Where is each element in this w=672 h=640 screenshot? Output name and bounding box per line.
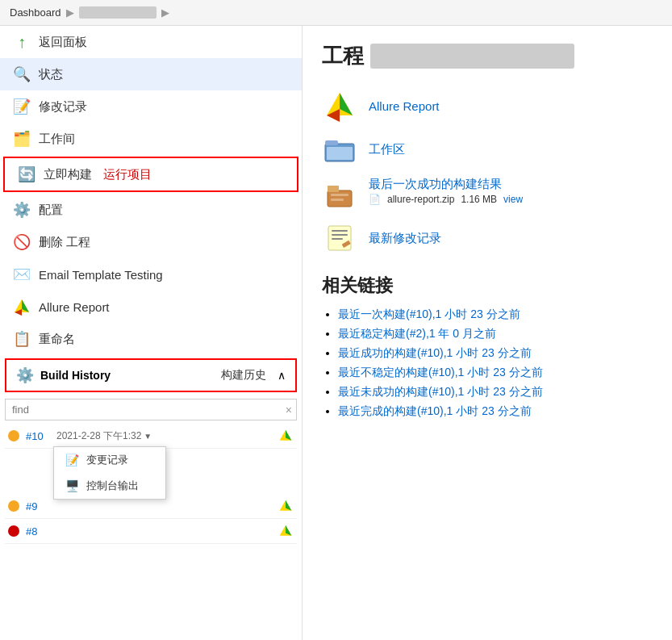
sidebar-item-delete[interactable]: 🚫 删除 工程 bbox=[0, 226, 302, 258]
right-links: Allure Report 工作区 bbox=[322, 90, 653, 254]
sidebar-item-status-label: 状态 bbox=[39, 67, 63, 82]
related-link-item-2: 最近成功的构建(#10),1 小时 23 分之前 bbox=[338, 346, 653, 361]
right-link-workspace-label: 工作区 bbox=[369, 142, 405, 157]
svg-rect-17 bbox=[331, 194, 349, 196]
project-title-prefix: 工程 bbox=[322, 42, 364, 70]
build-num-8[interactable]: #8 bbox=[26, 525, 50, 538]
delete-icon: 🚫 bbox=[13, 233, 31, 251]
build-history-chevron: ∧ bbox=[278, 369, 286, 382]
sidebar-item-workspace-label: 工作间 bbox=[39, 132, 75, 147]
popup-console-icon: 🖥️ bbox=[64, 479, 80, 492]
build-search-container: × bbox=[5, 399, 297, 420]
popup-console[interactable]: 🖥️ 控制台输出 bbox=[54, 473, 165, 499]
related-link-0[interactable]: 最近一次构建(#10),1 小时 23 分之前 bbox=[338, 307, 520, 320]
right-panel: 工程 ████████████b Allure Report bbox=[303, 26, 672, 640]
last-build-label: 最后一次成功的构建结果 bbox=[369, 177, 523, 192]
build-status-8 bbox=[8, 525, 19, 537]
related-link-4[interactable]: 最近未成功的构建(#10),1 小时 23 分之前 bbox=[338, 385, 543, 398]
popup-console-label: 控制台输出 bbox=[86, 479, 139, 493]
svg-rect-14 bbox=[327, 147, 353, 160]
build-allure-icon-10[interactable] bbox=[278, 428, 294, 444]
file-name: allure-report.zip bbox=[387, 194, 454, 205]
related-link-item-3: 最近不稳定的构建(#10),1 小时 23 分之前 bbox=[338, 366, 653, 380]
right-link-allure-label: Allure Report bbox=[369, 99, 440, 113]
svg-rect-18 bbox=[331, 199, 344, 201]
file-icon: 📄 bbox=[369, 194, 381, 205]
build-history-title: Build History bbox=[40, 369, 111, 382]
svg-rect-16 bbox=[328, 186, 339, 192]
sidebar-item-allure-label: Allure Report bbox=[39, 300, 110, 314]
email-icon: ✉️ bbox=[13, 266, 31, 283]
related-link-item-5: 最近完成的构建(#10),1 小时 23 分之前 bbox=[338, 404, 653, 419]
related-link-item-4: 最近未成功的构建(#10),1 小时 23 分之前 bbox=[338, 385, 653, 399]
breadcrumb: Dashboard ▶ ████████eb ▶ bbox=[0, 0, 672, 26]
build-search-input[interactable] bbox=[5, 399, 297, 420]
sidebar-item-rename-label: 重命名 bbox=[39, 332, 75, 347]
sidebar-item-workspace[interactable]: 🗂️ 工作间 bbox=[0, 123, 302, 155]
breadcrumb-sep1: ▶ bbox=[66, 6, 74, 19]
sidebar-item-build-now-label: 立即构建 bbox=[44, 167, 92, 182]
view-link[interactable]: view bbox=[503, 194, 523, 205]
build-date-10[interactable]: 2021-2-28 下午1:32 bbox=[56, 429, 271, 443]
status-icon: 🔍 bbox=[13, 65, 31, 83]
build-history-header[interactable]: ⚙️ Build History 构建历史 ∧ bbox=[5, 358, 297, 392]
configure-icon: ⚙️ bbox=[13, 201, 31, 219]
sidebar: ↑ 返回面板 🔍 状态 📝 修改记录 🗂️ 工作间 🔄 立即构建 运行项目 ⚙️… bbox=[0, 26, 303, 640]
build-item-10: #10 2021-2-28 下午1:32 📝 变更记录 🖥️ bbox=[5, 424, 297, 449]
project-title: 工程 ████████████b bbox=[322, 42, 653, 70]
right-link-last-build[interactable]: 最后一次成功的构建结果 📄 allure-report.zip 1.16 MB … bbox=[322, 177, 653, 211]
allure-report-icon bbox=[322, 90, 357, 122]
build-history-icon: ⚙️ bbox=[16, 366, 34, 384]
svg-rect-22 bbox=[332, 238, 343, 240]
build-allure-icon-8[interactable] bbox=[278, 523, 294, 539]
sidebar-item-delete-label: 删除 工程 bbox=[39, 235, 90, 250]
build-status-9 bbox=[8, 500, 19, 512]
related-links-list: 最近一次构建(#10),1 小时 23 分之前 最近稳定构建(#2),1 年 0… bbox=[322, 307, 653, 419]
popup-changes[interactable]: 📝 变更记录 bbox=[54, 447, 165, 473]
file-size: 1.16 MB bbox=[461, 194, 497, 205]
right-link-latest-changes[interactable]: 最新修改记录 bbox=[322, 222, 653, 254]
related-link-5[interactable]: 最近完成的构建(#10),1 小时 23 分之前 bbox=[338, 404, 532, 417]
sidebar-item-allure[interactable]: Allure Report bbox=[0, 291, 302, 323]
build-history-title-cn: 构建历史 bbox=[221, 368, 266, 383]
build-list: #10 2021-2-28 下午1:32 📝 变更记录 🖥️ bbox=[0, 424, 302, 544]
sidebar-item-configure[interactable]: ⚙️ 配置 bbox=[0, 194, 302, 226]
sidebar-item-changes[interactable]: 📝 修改记录 bbox=[0, 90, 302, 123]
related-links-section: 相关链接 最近一次构建(#10),1 小时 23 分之前 最近稳定构建(#2),… bbox=[322, 274, 653, 419]
sidebar-item-back-label: 返回面板 bbox=[39, 35, 87, 50]
project-title-blurred: ████████████b bbox=[370, 44, 574, 69]
sidebar-item-back[interactable]: ↑ 返回面板 bbox=[0, 26, 302, 58]
sidebar-item-status[interactable]: 🔍 状态 bbox=[0, 58, 302, 90]
last-build-sub: 📄 allure-report.zip 1.16 MB view bbox=[369, 194, 523, 205]
related-link-item-1: 最近稳定构建(#2),1 年 0 月之前 bbox=[338, 327, 653, 341]
build-num-10[interactable]: #10 bbox=[26, 430, 50, 442]
sidebar-item-changes-label: 修改记录 bbox=[39, 99, 87, 115]
related-link-1[interactable]: 最近稳定构建(#2),1 年 0 月之前 bbox=[338, 327, 496, 340]
build-allure-icon-9[interactable] bbox=[278, 498, 294, 514]
right-link-allure[interactable]: Allure Report bbox=[322, 90, 653, 122]
related-link-3[interactable]: 最近不稳定的构建(#10),1 小时 23 分之前 bbox=[338, 366, 543, 379]
breadcrumb-sep2: ▶ bbox=[161, 6, 169, 19]
svg-rect-20 bbox=[332, 230, 348, 232]
back-icon: ↑ bbox=[13, 33, 31, 51]
last-build-content: 最后一次成功的构建结果 📄 allure-report.zip 1.16 MB … bbox=[369, 177, 523, 205]
run-project-label: 运行项目 bbox=[103, 167, 152, 182]
related-link-2[interactable]: 最近成功的构建(#10),1 小时 23 分之前 bbox=[338, 346, 532, 359]
build-status-10 bbox=[8, 430, 19, 441]
allure-sidebar-icon bbox=[13, 298, 31, 316]
breadcrumb-project[interactable]: ████████eb bbox=[79, 6, 157, 19]
build-now-icon: 🔄 bbox=[18, 165, 35, 183]
workspace-right-icon bbox=[322, 133, 357, 165]
related-section-title: 相关链接 bbox=[322, 274, 653, 298]
sidebar-item-email-label: Email Template Testing bbox=[39, 268, 163, 282]
breadcrumb-dashboard[interactable]: Dashboard bbox=[10, 6, 61, 19]
last-build-icon bbox=[322, 178, 357, 211]
right-link-workspace[interactable]: 工作区 bbox=[322, 133, 653, 165]
main-container: ↑ 返回面板 🔍 状态 📝 修改记录 🗂️ 工作间 🔄 立即构建 运行项目 ⚙️… bbox=[0, 26, 672, 640]
sidebar-item-rename[interactable]: 📋 重命名 bbox=[0, 323, 302, 355]
build-num-9[interactable]: #9 bbox=[26, 500, 50, 512]
sidebar-item-email-template[interactable]: ✉️ Email Template Testing bbox=[0, 258, 302, 291]
latest-changes-label: 最新修改记录 bbox=[369, 231, 441, 246]
build-search-clear[interactable]: × bbox=[286, 404, 292, 416]
sidebar-item-build-now[interactable]: 🔄 立即构建 运行项目 bbox=[3, 157, 298, 192]
